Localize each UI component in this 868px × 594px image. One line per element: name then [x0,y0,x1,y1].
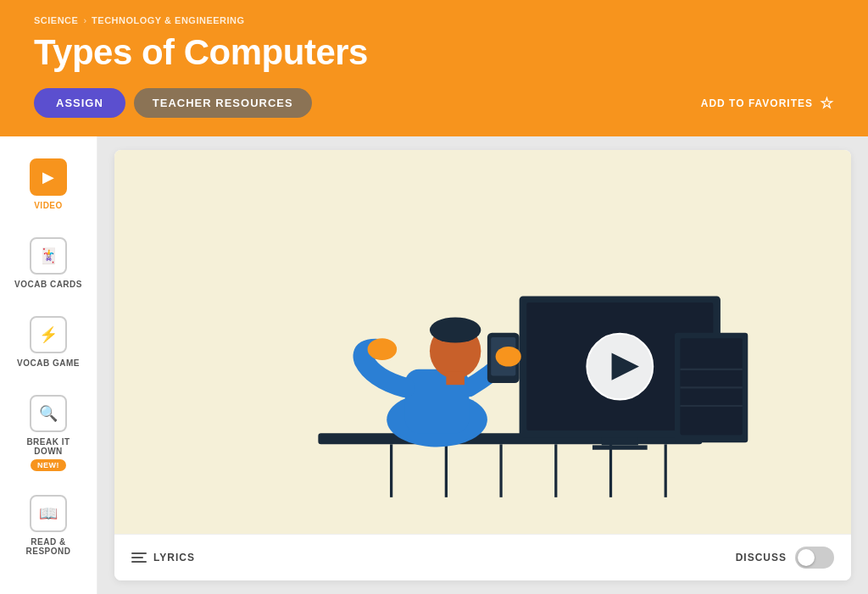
video-icon-container [30,158,67,196]
lyrics-icon [131,552,147,563]
play-icon [42,168,54,186]
svg-point-24 [430,317,481,342]
sidebar: VIDEO VOCAB CARDS VOCAB GAME BREAK ITDOW… [0,136,97,594]
lyrics-button[interactable]: LYRICS [131,552,195,563]
svg-rect-25 [446,371,465,385]
breadcrumb-separator: › [83,15,86,25]
page-title: Types of Computers [34,32,834,73]
svg-rect-10 [602,438,638,446]
cards-icon [39,247,58,265]
lightning-icon [39,325,58,344]
video-container[interactable] [114,150,851,534]
sidebar-item-video[interactable]: VIDEO [0,145,97,224]
breadcrumb-section: TECHNOLOGY & ENGINEERING [92,15,244,25]
toggle-knob [798,549,815,566]
video-footer: LYRICS DISCUSS [114,534,851,580]
vocab-game-icon-container [30,316,67,353]
lyrics-label: LYRICS [153,552,195,563]
vocab-cards-icon-container [30,237,67,275]
sidebar-item-read-respond[interactable]: READ &RESPOND [0,481,97,569]
sidebar-read-label: READ &RESPOND [26,537,71,556]
lyrics-line-3 [131,561,147,563]
video-illustration [114,150,851,534]
sidebar-vocab-game-label: VOCAB GAME [17,358,80,368]
add-to-favorites-button[interactable]: ADD TO FAVORITES ☆ [701,94,834,113]
svg-rect-11 [593,445,648,449]
star-icon: ☆ [820,94,834,113]
discuss-toggle[interactable] [795,547,834,569]
sidebar-vocab-cards-label: VOCAB CARDS [14,280,82,289]
magnify-icon [39,404,58,423]
sidebar-item-vocab-game[interactable]: VOCAB GAME [0,303,97,381]
teacher-resources-button[interactable]: TEACHER RESOURCES [134,88,312,118]
sidebar-item-break-it-down[interactable]: BREAK ITDOWN NEW! [0,381,97,481]
sidebar-item-vocab-cards[interactable]: VOCAB CARDS [0,224,97,303]
svg-point-27 [496,347,521,367]
svg-point-26 [368,338,398,360]
sidebar-video-label: VIDEO [34,201,63,210]
breadcrumb-science: SCIENCE [34,15,78,25]
discuss-label: DISCUSS [736,552,787,563]
header-actions: ASSIGN TEACHER RESOURCES ADD TO FAVORITE… [34,88,834,118]
content-area: LYRICS DISCUSS [114,150,851,580]
header-banner: SCIENCE › TECHNOLOGY & ENGINEERING Types… [0,0,868,136]
discuss-area: DISCUSS [736,547,834,569]
lyrics-line-1 [131,552,147,554]
lyrics-line-2 [131,557,143,558]
header-buttons: ASSIGN TEACHER RESOURCES [34,88,312,118]
read-respond-icon-container [30,495,67,532]
new-badge: NEW! [31,459,66,471]
assign-button[interactable]: ASSIGN [34,88,125,118]
book-icon [39,504,58,523]
breadcrumb: SCIENCE › TECHNOLOGY & ENGINEERING [34,15,834,25]
sidebar-break-label: BREAK ITDOWN [26,437,70,456]
add-favorites-label: ADD TO FAVORITES [701,97,813,109]
main-area: VIDEO VOCAB CARDS VOCAB GAME BREAK ITDOW… [0,136,868,594]
break-it-down-icon-container [30,395,67,432]
